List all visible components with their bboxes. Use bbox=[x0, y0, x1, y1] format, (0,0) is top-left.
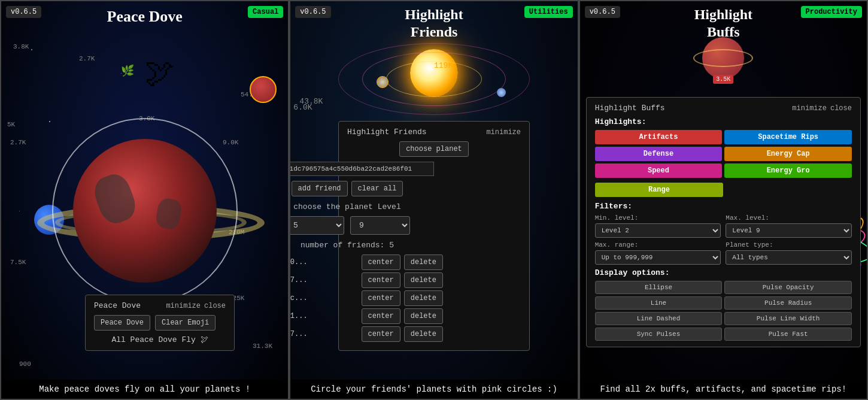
choose-planet-row: choose planet bbox=[347, 141, 521, 157]
line-btn[interactable]: Line bbox=[595, 296, 723, 310]
friend-row-2: 0x4efb50e7... center delete bbox=[289, 272, 443, 288]
pulse-radius-btn[interactable]: Pulse Radius bbox=[724, 296, 852, 310]
delete-btn-2[interactable]: delete bbox=[404, 272, 443, 288]
dialog-actions: minimize close bbox=[166, 302, 226, 310]
panel3-title: Highlight Buffs bbox=[580, 6, 867, 41]
display-options-grid: Ellipse Pulse Opacity Line Pulse Radius … bbox=[595, 281, 852, 341]
add-friend-button[interactable]: add friend bbox=[292, 181, 348, 196]
artifacts-btn[interactable]: Artifacts bbox=[595, 130, 723, 144]
max-level-select[interactable]: 9 1234 5678 bbox=[350, 216, 410, 235]
center-btn-3[interactable]: center bbox=[362, 290, 400, 306]
dialog-btn-row: Peace Dove Clear Emoji bbox=[94, 315, 244, 331]
delete-btn-1[interactable]: delete bbox=[404, 254, 443, 270]
friend-addr-1: 0xff80ad10... bbox=[289, 258, 357, 266]
center-btn-2[interactable]: center bbox=[362, 272, 400, 288]
peace-dove-dialog: Peace Dove minimize close Peace Dove Cle… bbox=[85, 295, 235, 351]
space-label: 5K bbox=[7, 121, 15, 128]
star bbox=[31, 49, 32, 50]
panel-highlight-friends: 43.8K 119K 6.0K v0.6.5 Utilities Highlig… bbox=[289, 0, 578, 400]
dove-character: 🕊 bbox=[145, 55, 175, 92]
planet-type-filter[interactable]: All types PlanetsAsteroids bbox=[726, 250, 852, 265]
defense-btn[interactable]: Defense bbox=[595, 147, 723, 161]
dialog-header-p2: Highlight Friends minimize bbox=[347, 128, 521, 137]
space-label-p2-3: 6.0K bbox=[293, 103, 312, 112]
main-planet-group bbox=[73, 139, 217, 283]
highlights-label: Highlights: bbox=[595, 117, 852, 126]
friend-row-5: 0x61191dc7... center delete bbox=[289, 326, 443, 342]
sync-pulses-btn[interactable]: Sync Pulses bbox=[595, 328, 723, 341]
friend-row-1: 0xff80ad10... center delete bbox=[289, 254, 443, 270]
dialog-actions-p2: minimize bbox=[486, 128, 521, 137]
ellipse-btn[interactable]: Ellipse bbox=[595, 281, 723, 294]
dialog-title: Peace Dove bbox=[94, 301, 141, 310]
pulse-fast-btn[interactable]: Pulse Fast bbox=[724, 328, 852, 341]
level-selects: 5 1234 6789 9 1234 5678 bbox=[289, 216, 443, 235]
minimize-button-p1[interactable]: minimize bbox=[166, 302, 201, 310]
panel-highlight-buffs: 3.5K 18.7K 2.4K v0.6.5 Productivity High… bbox=[579, 0, 868, 400]
space-label: 9.0K bbox=[223, 139, 238, 146]
minimize-button-p3[interactable]: minimize bbox=[792, 104, 827, 113]
dialog-title-p2: Highlight Friends bbox=[347, 128, 427, 137]
dialog-actions-p3: minimize close bbox=[792, 104, 852, 113]
space-label-p2-2: 119K bbox=[434, 61, 453, 70]
top-planet-group: 3.5K bbox=[702, 37, 744, 79]
energy-cap-btn[interactable]: Energy Cap bbox=[724, 147, 852, 161]
orbit3 bbox=[338, 43, 530, 115]
panel1-title: Peace Dove bbox=[1, 7, 288, 26]
space-label: 3.8K bbox=[13, 43, 29, 50]
center-btn-4[interactable]: center bbox=[362, 308, 400, 324]
friend-addr-5: 0x61191dc7... bbox=[289, 330, 357, 338]
minimize-button-p2[interactable]: minimize bbox=[486, 128, 521, 137]
range-btn[interactable]: Range bbox=[595, 183, 724, 197]
panel2-title: Highlight Friends bbox=[290, 6, 577, 41]
center-btn-1[interactable]: center bbox=[362, 254, 400, 270]
delete-btn-5[interactable]: delete bbox=[404, 326, 443, 342]
max-level-label: Max. level: bbox=[726, 214, 852, 222]
delete-btn-3[interactable]: delete bbox=[404, 290, 443, 306]
max-range-label: Max. range: bbox=[595, 241, 721, 249]
min-level-filter[interactable]: Level 2 Level 1Level 3Level 4 bbox=[595, 223, 721, 238]
clear-all-button[interactable]: clear all bbox=[351, 181, 403, 196]
max-range-filter[interactable]: Up to 999,999 Up to 100,000Up to 500,000 bbox=[595, 250, 721, 265]
highlight-friends-dialog: Highlight Friends minimize choose planet… bbox=[338, 121, 530, 351]
space-label: 2.7K bbox=[79, 55, 95, 62]
min-level-select[interactable]: 5 1234 6789 bbox=[289, 216, 344, 235]
energy-gro-btn[interactable]: Energy Gro bbox=[724, 163, 852, 178]
peace-dove-button[interactable]: Peace Dove bbox=[94, 315, 150, 331]
spacetime-rips-btn[interactable]: Spacetime Rips bbox=[724, 130, 852, 144]
min-level-col: Min. level: Level 2 Level 1Level 3Level … bbox=[595, 214, 721, 238]
pulse-line-width-btn[interactable]: Pulse Line Width bbox=[724, 312, 852, 325]
clear-emoji-button[interactable]: Clear Emoji bbox=[155, 315, 216, 331]
max-range-col: Max. range: Up to 999,999 Up to 100,000U… bbox=[595, 241, 721, 265]
planet-type-col: Planet type: All types PlanetsAsteroids bbox=[726, 241, 852, 265]
display-options-label: Display options: bbox=[595, 268, 852, 277]
planet-label-badge: 3.5K bbox=[713, 75, 733, 84]
close-button-p1[interactable]: close bbox=[204, 302, 226, 310]
friend-addr-4: 0x9a238f41... bbox=[289, 312, 357, 320]
close-button-p3[interactable]: close bbox=[830, 104, 852, 113]
max-level-filter[interactable]: Level 9 Level 1Level 2Level 3 Level 4Lev… bbox=[726, 223, 852, 238]
speed-btn[interactable]: Speed bbox=[595, 163, 723, 178]
max-level-col: Max. level: Level 9 Level 1Level 2Level … bbox=[726, 214, 852, 238]
min-level-label: Min. level: bbox=[595, 214, 721, 222]
dialog-body-text: All Peace Dove Fly 🕊 bbox=[94, 335, 226, 344]
delete-btn-4[interactable]: delete bbox=[404, 308, 443, 324]
filters-label: Filters: bbox=[595, 202, 852, 211]
planet-address-input[interactable] bbox=[289, 162, 434, 176]
small-orbiting-planet bbox=[377, 76, 389, 88]
line-dashed-btn[interactable]: Line Dashed bbox=[595, 312, 723, 325]
panel1-footer: Make peace doves fly on all your planets… bbox=[1, 380, 288, 399]
friend-row-3: 0x0080231c... center delete bbox=[289, 290, 443, 306]
space-label: 7.5K bbox=[10, 259, 26, 266]
space-label: 31.3K bbox=[253, 343, 272, 350]
level-label: choose the planet Level bbox=[289, 202, 443, 211]
highlight-buffs-dialog: Highlight Buffs minimize close Highlight… bbox=[586, 97, 861, 347]
add-clear-row: add friend clear all bbox=[289, 181, 443, 196]
dove-emoji-inline: 🕊 bbox=[201, 335, 208, 344]
small-orbiting-planet2 bbox=[497, 88, 506, 97]
plant-emoji: 🌿 bbox=[121, 64, 134, 77]
choose-planet-button[interactable]: choose planet bbox=[399, 141, 469, 157]
pulse-opacity-btn[interactable]: Pulse Opacity bbox=[724, 281, 852, 294]
filter-row-2: Max. range: Up to 999,999 Up to 100,000U… bbox=[595, 241, 852, 265]
center-btn-5[interactable]: center bbox=[362, 326, 400, 342]
